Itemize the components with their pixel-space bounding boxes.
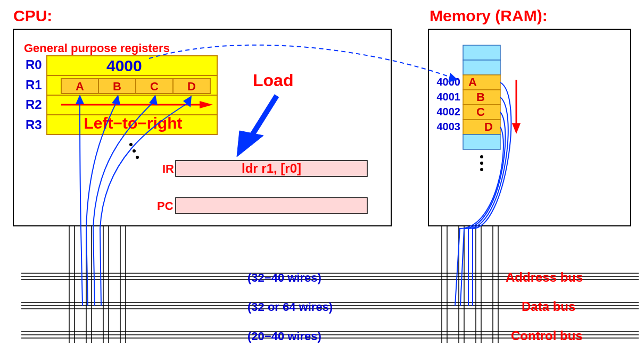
svg-marker-14	[237, 131, 263, 157]
memory-down-arrow	[512, 80, 521, 134]
svg-point-26	[480, 168, 483, 171]
data-bus-wires: (32 or 64 wires)	[247, 300, 333, 314]
reg-r2-label: R2	[26, 97, 42, 112]
svg-line-13	[250, 96, 277, 138]
r1-byte-3: D	[187, 80, 196, 93]
address-bus-wires: (32−40 wires)	[247, 271, 321, 284]
svg-point-24	[480, 155, 483, 158]
svg-point-12	[136, 156, 139, 159]
mem-addr-2: 4002	[437, 106, 461, 117]
reg-r1-label: R1	[26, 78, 42, 92]
regs-header: General purpose registers	[24, 41, 170, 55]
data-bus-label: Data bus	[522, 299, 575, 314]
svg-point-25	[480, 162, 483, 165]
memory-ellipsis	[480, 155, 483, 171]
memory-bus-wires	[442, 226, 498, 343]
reg-r0-label: R0	[26, 57, 42, 72]
reg-r0-value: 4000	[106, 57, 142, 74]
mem-byte-0: A	[468, 75, 477, 89]
svg-rect-16	[463, 60, 500, 75]
memory-title: Memory (RAM):	[430, 7, 548, 24]
reg-r3-label: R3	[26, 117, 42, 132]
svg-point-11	[133, 149, 136, 153]
r1-byte-0: A	[76, 80, 84, 93]
svg-rect-20	[463, 120, 500, 134]
mem-byte-2: C	[476, 105, 485, 119]
cpu-bus-wires	[69, 226, 126, 343]
ir-label: IR	[162, 162, 174, 175]
pc-label: PC	[157, 199, 174, 213]
r1-byte-2: C	[150, 80, 159, 93]
control-bus-label: Control bus	[511, 328, 583, 343]
load-label: Load	[253, 71, 293, 90]
reg-r1-bytes: A B C D	[61, 79, 210, 94]
svg-marker-23	[512, 123, 521, 134]
mem-addr-3: 4003	[437, 121, 461, 132]
pc-box	[176, 198, 367, 214]
control-bus-wires: (20−40 wires)	[247, 330, 321, 343]
ir-value: ldr r1, [r0]	[242, 161, 301, 175]
svg-rect-15	[463, 45, 500, 60]
mem-byte-3: D	[484, 120, 493, 133]
svg-point-10	[129, 143, 133, 146]
r1-byte-1: B	[113, 80, 121, 93]
address-bus-label: Address bus	[506, 270, 583, 284]
svg-rect-21	[463, 134, 500, 149]
load-arrow	[237, 96, 277, 157]
mem-byte-1: B	[476, 90, 485, 104]
mem-addr-1: 4001	[437, 91, 461, 103]
cpu-title: CPU:	[13, 7, 52, 24]
